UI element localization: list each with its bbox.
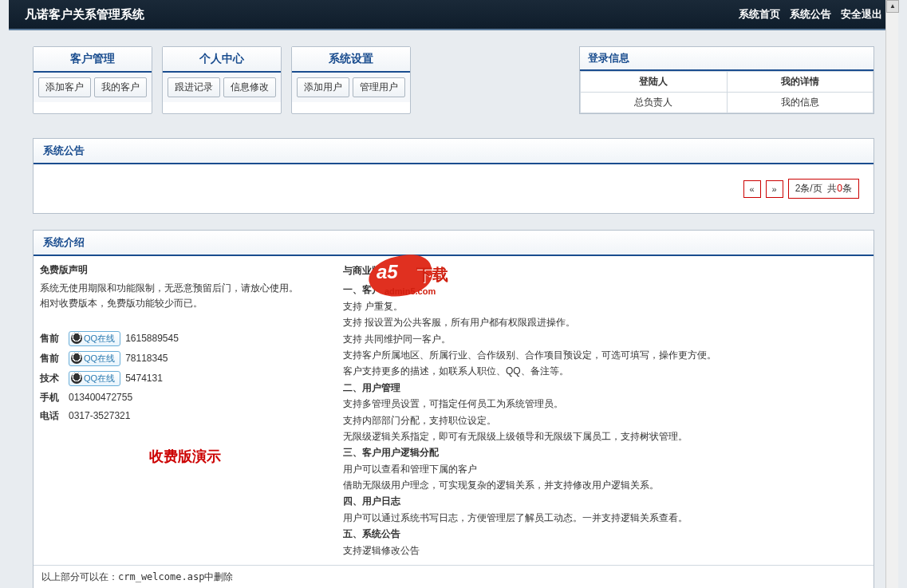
free-line1: 系统无使用期限和功能限制，无恶意预留后门，请放心使用。	[40, 281, 330, 296]
pager-prev-button[interactable]: «	[743, 180, 761, 198]
edit-info-button[interactable]: 信息修改	[223, 77, 276, 97]
qq-icon	[71, 353, 82, 364]
intro-panel: 系统介绍 免费版声明 系统无使用期限和功能限制，无恶意预留后门，请放心使用。 相…	[33, 230, 874, 588]
app-title: 凡诺客户关系管理系统	[25, 7, 144, 22]
diff-heading: 与商业版差异	[343, 262, 867, 278]
section2-line: 支持多管理员设置，可指定任何员工为系统管理员。	[343, 396, 867, 412]
contact-label: 技术	[40, 372, 64, 385]
paid-demo-link[interactable]: 收费版演示	[40, 447, 330, 466]
announce-panel: 系统公告 « » 2条/页 共0条	[33, 138, 874, 214]
section3-line: 借助无限级用户理念，可实现复杂的逻辑关系，并支持修改用户逻辑关系。	[343, 477, 867, 493]
qq-icon	[71, 333, 82, 344]
menu-card-system: 系统设置 添加用户 管理用户	[291, 46, 411, 114]
contact-row: 售前 QQ在线 1615889545	[40, 331, 330, 346]
my-customer-button[interactable]: 我的客户	[94, 77, 147, 97]
contact-label: 售前	[40, 352, 64, 365]
add-user-button[interactable]: 添加用户	[297, 77, 349, 97]
pager-info: 2条/页 共0条	[788, 179, 859, 199]
login-header-detail: 我的详情	[727, 72, 873, 93]
login-user-value: 总负责人	[581, 93, 728, 113]
tel-row: 电话 0317-3527321	[40, 409, 330, 423]
scrollbar[interactable]: ▲	[885, 0, 898, 588]
section2-line: 支持内部部门分配，支持职位设定。	[343, 412, 867, 428]
nav-logout[interactable]: 安全退出	[841, 7, 882, 22]
header-nav: 系统首页 系统公告 安全退出	[739, 7, 882, 22]
free-line2: 相对收费版本，免费版功能较少而已。	[40, 296, 330, 311]
contact-row: 技术 QQ在线 5474131	[40, 371, 330, 386]
menu-card-title: 个人中心	[163, 47, 281, 73]
section4-line: 用户可以通过系统书写日志，方便管理层了解员工动态。一并支持逻辑关系查看。	[343, 510, 867, 526]
manage-user-button[interactable]: 管理用户	[353, 77, 405, 97]
section3-line: 用户可以查看和管理下属的客户	[343, 461, 867, 477]
section1-line: 支持 共同维护同一客户。	[343, 331, 867, 347]
intro-title: 系统介绍	[34, 231, 873, 256]
pager-total-count: 0	[837, 183, 842, 194]
section2-title: 二、用户管理	[343, 380, 867, 396]
pager-perpage: 2条/页	[795, 183, 822, 194]
free-heading: 免费版声明	[40, 262, 330, 278]
menu-card-title: 系统设置	[292, 47, 410, 73]
section1-line: 支持客户所属地区、所属行业、合作级别、合作项目预设定，可选可填写，操作更方便。	[343, 347, 867, 363]
nav-home[interactable]: 系统首页	[739, 7, 780, 22]
menu-card-personal: 个人中心 跟进记录 信息修改	[162, 46, 282, 114]
pager-next-button[interactable]: »	[766, 180, 783, 198]
section1-line: 支持 报设置为公共客服，所有用户都有权限跟进操作。	[343, 314, 867, 330]
qq-badge[interactable]: QQ在线	[69, 331, 120, 346]
qq-number: 78118345	[125, 353, 168, 364]
section2-line: 无限级逻辑关系指定，即可有无限级上级领导和无限级下属员工，支持树状管理。	[343, 428, 867, 444]
login-info-panel: 登录信息 登陆人 我的详情 总负责人 我的信息	[579, 46, 874, 114]
login-detail-link[interactable]: 我的信息	[727, 93, 873, 113]
section5-title: 五、系统公告	[343, 526, 867, 542]
phone-row: 手机 013400472755	[40, 391, 330, 404]
pager-total-suffix: 条	[842, 183, 852, 194]
announce-title: 系统公告	[34, 139, 873, 164]
login-header-user: 登陆人	[581, 72, 728, 93]
menu-card-title: 客户管理	[34, 47, 152, 73]
follow-record-button[interactable]: 跟进记录	[168, 77, 220, 97]
qq-badge[interactable]: QQ在线	[69, 351, 120, 366]
tel-number: 0317-3527321	[69, 410, 130, 421]
phone-label: 手机	[40, 391, 64, 404]
login-info-title: 登录信息	[580, 47, 873, 71]
pager: « » 2条/页 共0条	[41, 172, 866, 205]
contact-label: 售前	[40, 332, 64, 345]
section4-title: 四、用户日志	[343, 493, 867, 509]
header: 凡诺客户关系管理系统 系统首页 系统公告 安全退出	[9, 0, 898, 30]
menu-cards: 客户管理 添加客户 我的客户 个人中心 跟进记录 信息修改 系统设置	[33, 46, 411, 114]
qq-number: 5474131	[125, 373, 163, 384]
login-table: 登陆人 我的详情 总负责人 我的信息	[580, 71, 873, 113]
scroll-up-icon[interactable]: ▲	[886, 0, 899, 13]
section5-line: 支持逻辑修改公告	[343, 543, 867, 558]
nav-announce[interactable]: 系统公告	[790, 7, 831, 22]
contact-row: 售前 QQ在线 78118345	[40, 351, 330, 366]
section1-line: 客户支持更多的描述，如联系人职位、QQ、备注等。	[343, 363, 867, 379]
qq-icon	[71, 373, 82, 384]
section3-title: 三、客户用户逻辑分配	[343, 444, 867, 460]
intro-right: 与商业版差异 一、客户管理 支持 户重复。 支持 报设置为公共客服，所有用户都有…	[337, 256, 873, 565]
intro-left: 免费版声明 系统无使用期限和功能限制，无恶意预留后门，请放心使用。 相对收费版本…	[34, 256, 337, 565]
pager-total-label: 共	[827, 183, 837, 194]
add-customer-button[interactable]: 添加客户	[38, 77, 91, 97]
qq-number: 1615889545	[125, 333, 179, 344]
intro-footer-note: 以上部分可以在：crm_welcome.asp中删除	[34, 565, 873, 588]
qq-badge[interactable]: QQ在线	[69, 371, 120, 386]
tel-label: 电话	[40, 409, 64, 423]
section1-line: 支持 户重复。	[343, 298, 867, 314]
section1-title: 一、客户管理	[343, 282, 867, 298]
phone-number: 013400472755	[69, 392, 132, 403]
menu-card-customer: 客户管理 添加客户 我的客户	[33, 46, 152, 114]
